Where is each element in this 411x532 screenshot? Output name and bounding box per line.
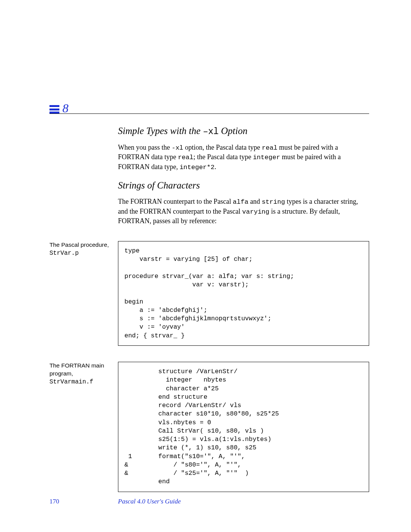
section2-paragraph: The FORTRAN counterpart to the Pascal al… — [118, 197, 369, 226]
title-pre: Simple Types with the — [118, 126, 203, 136]
chapter-header: 8 — [49, 99, 369, 114]
content: Simple Types with the –xl Option When yo… — [49, 126, 369, 492]
caption-text: The Pascal procedure, — [49, 241, 109, 248]
section-simple-types: Simple Types with the –xl Option When yo… — [49, 126, 369, 241]
caption-filename: StrVar.p — [49, 250, 79, 257]
code-caption-fortran: The FORTRAN main program, StrVarmain.f — [49, 362, 118, 386]
page: 8 Simple Types with the –xl Option When … — [0, 0, 411, 532]
header-rule — [49, 113, 369, 114]
section-title-strings: Strings of Characters — [118, 180, 369, 191]
caption-filename: StrVarmain.f — [49, 379, 93, 385]
code-caption-pascal: The Pascal procedure, StrVar.p — [49, 241, 118, 258]
chapter-bars-icon — [49, 104, 59, 114]
code-block-fortran: The FORTRAN main program, StrVarmain.f s… — [49, 362, 369, 492]
code-block-pascal: The Pascal procedure, StrVar.p type vars… — [49, 241, 369, 362]
section-title-simple-types: Simple Types with the –xl Option — [118, 126, 369, 137]
page-footer: 170 Pascal 4.0 User's Guide — [49, 498, 369, 505]
book-title: Pascal 4.0 User's Guide — [118, 498, 181, 505]
caption-text: The FORTRAN main program, — [49, 362, 104, 377]
chapter-number: 8 — [62, 102, 68, 114]
code-box-fortran: structure /VarLenStr/ integer nbytes cha… — [118, 362, 369, 492]
code-container: type varstr = varying [25] of char; proc… — [118, 241, 369, 362]
code-box-pascal: type varstr = varying [25] of char; proc… — [118, 241, 369, 346]
title-post: Option — [219, 126, 248, 136]
title-code: –xl — [203, 127, 218, 137]
page-number: 170 — [49, 498, 118, 505]
code-container: structure /VarLenStr/ integer nbytes cha… — [118, 362, 369, 492]
section1-paragraph: When you pass the -xl option, the Pascal… — [118, 143, 369, 172]
section-body: Simple Types with the –xl Option When yo… — [118, 126, 369, 241]
